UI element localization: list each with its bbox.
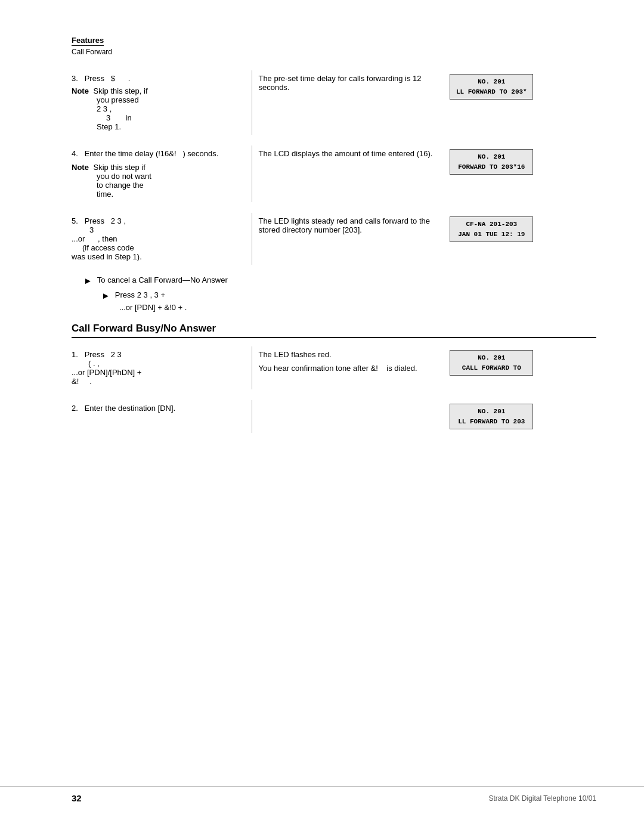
- step5-table: 5. Press 2 3 , 3 ...or , then (if access…: [72, 213, 596, 265]
- s2step2-lcd-line2: LL FORWARD TO 203: [455, 417, 528, 427]
- step4-num: 4. Enter the time delay (!16&! ) seconds…: [72, 149, 246, 158]
- note4-label: Note: [72, 163, 89, 172]
- s2step1-desc1: The LED flashes red.: [258, 350, 435, 359]
- step5-desc: The LED lights steady red and calls forw…: [258, 216, 430, 234]
- cancel-sub-text2: ...or [PDN] + &!0 + .: [119, 303, 187, 312]
- s2step1-lcd-col: NO. 201 CALL FORWARD TO: [441, 346, 596, 389]
- arrow-right-icon: ►: [83, 275, 92, 286]
- s2step2-lcd-col: NO. 201 LL FORWARD TO 203: [441, 400, 596, 433]
- step4-note: Note Skip this step if you do not want t…: [72, 163, 246, 199]
- s2step1-num: 1. Press 2 3 ( . , ...or [PDN]/[PhDN] + …: [72, 350, 246, 386]
- note3-text4: 3 in: [72, 113, 246, 122]
- s2step2-desc-col: [252, 400, 441, 433]
- step4-table: 4. Enter the time delay (!16&! ) seconds…: [72, 145, 596, 202]
- step3-row: 3. Press $ . Note Skip this step, if you…: [72, 70, 596, 135]
- s2step2-table: 2. Enter the destination [DN]. NO. 201 L…: [72, 400, 596, 433]
- call-forward-sub: Call Forward: [72, 48, 112, 56]
- step4-desc: The LCD displays the amount of time ente…: [258, 149, 432, 158]
- s2step1-desc-col: The LED flashes red. You hear confirmati…: [252, 346, 441, 389]
- step3-note: Note Skip this step, if you pressed 2 3 …: [72, 86, 246, 131]
- step4-row: 4. Enter the time delay (!16&! ) seconds…: [72, 145, 596, 202]
- s2step2-col: 2. Enter the destination [DN].: [72, 400, 252, 433]
- page-number: 32: [72, 793, 82, 803]
- step3-lcd-line2: LL FORWARD TO 203*: [455, 87, 528, 97]
- step4-lcd-line2: FORWARD TO 203*16: [455, 162, 528, 172]
- s2step2-lcd-line1: NO. 201: [455, 407, 528, 417]
- step3-desc-col: The pre-set time delay for calls forward…: [252, 70, 441, 135]
- step5-desc-col: The LED lights steady red and calls forw…: [252, 213, 441, 265]
- step5-col: 5. Press 2 3 , 3 ...or , then (if access…: [72, 213, 252, 265]
- cancel-section: ► To cancel a Call Forward—No Answer ► P…: [72, 275, 596, 312]
- s2step1-row: 1. Press 2 3 ( . , ...or [PDN]/[PhDN] + …: [72, 346, 596, 389]
- step4-lcd-line1: NO. 201: [455, 152, 528, 162]
- step5-lcd-line1: CF-NA 201-203: [455, 219, 528, 230]
- step4-col: 4. Enter the time delay (!16&! ) seconds…: [72, 145, 252, 202]
- header-section: Features Call Forward: [72, 36, 596, 56]
- page: Features Call Forward 3. Press $ . Note …: [0, 0, 644, 833]
- s2step1-lcd: NO. 201 CALL FORWARD TO: [450, 350, 533, 376]
- step3-lcd-line1: NO. 201: [455, 77, 528, 87]
- note3-text3: 2 3 ,: [72, 104, 246, 113]
- step3-table: 3. Press $ . Note Skip this step, if you…: [72, 70, 596, 135]
- step3-lcd-col: NO. 201 LL FORWARD TO 203*: [441, 70, 596, 135]
- s2step1-table: 1. Press 2 3 ( . , ...or [PDN]/[PhDN] + …: [72, 346, 596, 389]
- step4-desc-col: The LCD displays the amount of time ente…: [252, 145, 441, 202]
- step5-lcd: CF-NA 201-203 JAN 01 TUE 12: 19: [450, 216, 533, 242]
- step3-num: 3. Press $ .: [72, 74, 246, 83]
- note3-text: Skip this step, if: [94, 86, 148, 95]
- note3-text2: you pressed: [72, 95, 246, 104]
- step5-lcd-col: CF-NA 201-203 JAN 01 TUE 12: 19: [441, 213, 596, 265]
- cancel-sub-arrow1: ► Press 2 3 , 3 +: [72, 290, 596, 301]
- note4-text: Skip this step if: [94, 163, 145, 172]
- sub-arrow-right-icon: ►: [101, 290, 110, 301]
- s2step2-num: 2. Enter the destination [DN].: [72, 404, 246, 413]
- footer-text: Strata DK Digital Telephone 10/01: [488, 794, 596, 803]
- note3-text5: Step 1.: [72, 122, 246, 131]
- features-label: Features: [72, 36, 104, 46]
- s2step1-lcd-line1: NO. 201: [455, 353, 528, 363]
- s2step2-lcd: NO. 201 LL FORWARD TO 203: [450, 404, 533, 429]
- s2step1-desc2: You hear confirmation tone after &! is d…: [258, 364, 435, 373]
- page-footer: 32 Strata DK Digital Telephone 10/01: [0, 786, 644, 803]
- note4-text3: to change the: [72, 181, 246, 190]
- step3-desc: The pre-set time delay for calls forward…: [258, 74, 421, 92]
- cancel-arrow-text: To cancel a Call Forward—No Answer: [97, 275, 228, 284]
- s2step1-lcd-line2: CALL FORWARD TO: [455, 363, 528, 373]
- note3-label: Note: [72, 86, 89, 95]
- s2step2-row: 2. Enter the destination [DN]. NO. 201 L…: [72, 400, 596, 433]
- step5-num: 5. Press 2 3 , 3 ...or , then (if access…: [72, 216, 246, 261]
- note4-text4: time.: [72, 190, 246, 199]
- cancel-sub-text1: Press 2 3 , 3 +: [115, 290, 165, 299]
- section2-heading: Call Forward Busy/No Answer: [72, 323, 596, 338]
- step5-row: 5. Press 2 3 , 3 ...or , then (if access…: [72, 213, 596, 265]
- step4-lcd: NO. 201 FORWARD TO 203*16: [450, 149, 533, 175]
- note4-text2: you do not want: [72, 172, 246, 181]
- step5-lcd-line2: JAN 01 TUE 12: 19: [455, 230, 528, 240]
- step3-lcd: NO. 201 LL FORWARD TO 203*: [450, 74, 533, 100]
- step4-lcd-col: NO. 201 FORWARD TO 203*16: [441, 145, 596, 202]
- cancel-arrow-item: ► To cancel a Call Forward—No Answer: [72, 275, 596, 286]
- s2step1-col: 1. Press 2 3 ( . , ...or [PDN]/[PhDN] + …: [72, 346, 252, 389]
- step3-col: 3. Press $ . Note Skip this step, if you…: [72, 70, 252, 135]
- cancel-sub-text2-wrap: ...or [PDN] + &!0 + .: [72, 303, 596, 312]
